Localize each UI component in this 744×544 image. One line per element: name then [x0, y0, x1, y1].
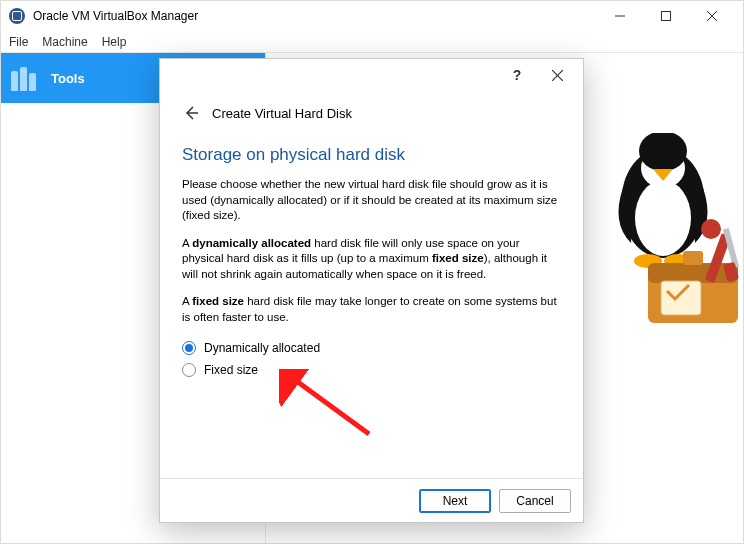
- app-title: Oracle VM VirtualBox Manager: [33, 9, 198, 23]
- menu-machine[interactable]: Machine: [42, 35, 87, 49]
- dialog-titlebar[interactable]: ?: [160, 59, 583, 91]
- virtualbox-icon: [9, 8, 25, 24]
- minimize-button[interactable]: [597, 1, 643, 31]
- dialog-help-button[interactable]: ?: [497, 59, 537, 91]
- dialog-footer: Next Cancel: [160, 478, 583, 522]
- radio-icon: [182, 363, 196, 377]
- svg-point-8: [652, 158, 659, 165]
- menubar: File Machine Help: [1, 31, 743, 53]
- penguin-toolbox-image: [593, 133, 744, 353]
- svg-rect-14: [683, 251, 703, 265]
- dialog-close-button[interactable]: [537, 59, 577, 91]
- storage-type-radio-group: Dynamically allocated Fixed size: [182, 337, 561, 381]
- paragraph-fixed: A fixed size hard disk file may take lon…: [182, 294, 561, 325]
- dialog-body: Create Virtual Hard Disk Storage on phys…: [160, 97, 583, 381]
- maximize-button[interactable]: [643, 1, 689, 31]
- svg-point-5: [635, 180, 691, 256]
- radio-label: Fixed size: [204, 363, 258, 377]
- svg-rect-15: [661, 281, 701, 315]
- radio-icon: [182, 341, 196, 355]
- create-virtual-hard-disk-dialog: ? Create Virtual Hard Disk Storage on ph…: [159, 58, 584, 523]
- svg-point-17: [701, 219, 721, 239]
- svg-rect-1: [662, 12, 671, 21]
- back-button[interactable]: [182, 104, 200, 122]
- svg-point-9: [668, 158, 675, 165]
- menu-file[interactable]: File: [9, 35, 28, 49]
- cancel-button[interactable]: Cancel: [499, 489, 571, 513]
- titlebar[interactable]: Oracle VM VirtualBox Manager: [1, 1, 743, 31]
- paragraph-intro: Please choose whether the new virtual ha…: [182, 177, 561, 224]
- next-button[interactable]: Next: [419, 489, 491, 513]
- radio-fixed-size[interactable]: Fixed size: [182, 359, 561, 381]
- menu-help[interactable]: Help: [102, 35, 127, 49]
- window-controls: [597, 1, 735, 31]
- dialog-breadcrumb: Create Virtual Hard Disk: [182, 97, 561, 129]
- sidebar-item-label: Tools: [51, 71, 85, 86]
- dialog-title: Create Virtual Hard Disk: [212, 106, 352, 121]
- close-button[interactable]: [689, 1, 735, 31]
- radio-dynamically-allocated[interactable]: Dynamically allocated: [182, 337, 561, 359]
- radio-label: Dynamically allocated: [204, 341, 320, 355]
- section-heading: Storage on physical hard disk: [182, 145, 561, 165]
- paragraph-dynamic: A dynamically allocated hard disk file w…: [182, 236, 561, 283]
- tools-icon: [11, 65, 43, 91]
